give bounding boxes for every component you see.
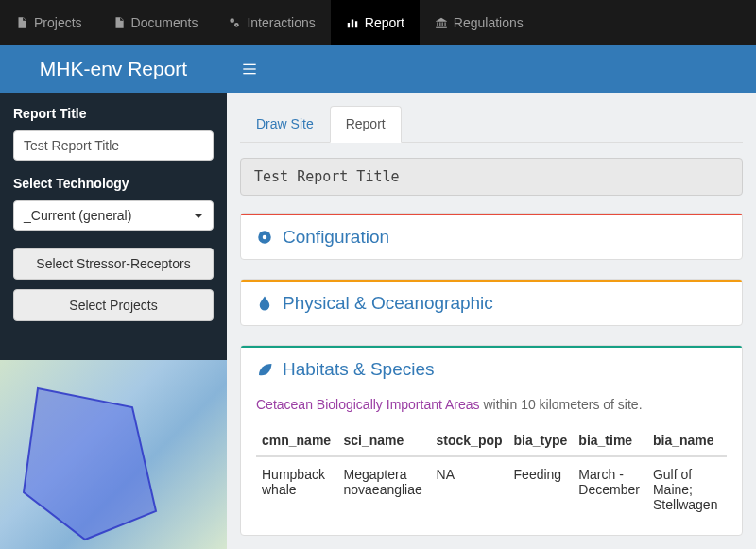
topnav: Projects Documents Interactions Report R… bbox=[0, 0, 756, 45]
file-icon bbox=[15, 16, 28, 29]
svg-rect-4 bbox=[348, 23, 350, 27]
topnav-report[interactable]: Report bbox=[331, 0, 420, 45]
chart-icon bbox=[346, 16, 359, 29]
section-title: Physical & Oceanographic bbox=[283, 293, 493, 314]
section-habitats: Habitats & Species Cetacean Biologically… bbox=[240, 345, 743, 536]
topnav-interactions[interactable]: Interactions bbox=[213, 0, 330, 45]
table-row: Humpback whale Megaptera novaeangliae NA… bbox=[256, 456, 727, 522]
svg-point-1 bbox=[232, 20, 232, 21]
col-stock-pop: stock_pop bbox=[431, 425, 508, 456]
section-title: Habitats & Species bbox=[283, 359, 435, 380]
droplet-icon bbox=[256, 295, 273, 312]
svg-point-17 bbox=[263, 235, 267, 240]
section-physical: Physical & Oceanographic bbox=[240, 279, 743, 326]
svg-rect-8 bbox=[439, 22, 440, 26]
svg-marker-15 bbox=[24, 388, 156, 540]
svg-rect-6 bbox=[355, 21, 357, 27]
col-bia-name: bia_name bbox=[647, 425, 727, 456]
select-stressor-receptors-button[interactable]: Select Stressor-Receptors bbox=[13, 248, 214, 280]
topnav-projects[interactable]: Projects bbox=[0, 0, 97, 45]
section-physical-header[interactable]: Physical & Oceanographic bbox=[241, 282, 742, 325]
col-cmn-name: cmn_name bbox=[256, 425, 337, 456]
cell-sci-name: Megaptera novaeangliae bbox=[337, 456, 430, 522]
bia-link[interactable]: Cetacean Biologically Important Areas bbox=[256, 397, 480, 412]
svg-rect-10 bbox=[444, 22, 445, 26]
technology-label: Select Technology bbox=[13, 176, 214, 191]
section-configuration-header[interactable]: Configuration bbox=[241, 215, 742, 259]
svg-rect-9 bbox=[441, 22, 442, 26]
cell-stock-pop: NA bbox=[431, 456, 508, 522]
svg-rect-5 bbox=[352, 20, 353, 28]
leaf-icon bbox=[256, 361, 273, 378]
svg-point-3 bbox=[236, 25, 237, 26]
topnav-label: Documents bbox=[131, 15, 198, 30]
bank-icon bbox=[435, 16, 448, 29]
bia-description: Cetacean Biologically Important Areas wi… bbox=[256, 397, 727, 412]
topnav-documents[interactable]: Documents bbox=[97, 0, 214, 45]
sidebar: Report Title Select Technology _Current … bbox=[0, 93, 227, 549]
col-sci-name: sci_name bbox=[337, 425, 430, 456]
section-title: Configuration bbox=[283, 227, 389, 248]
subheader: MHK-env Report bbox=[0, 45, 756, 93]
section-habitats-body: Cetacean Biologically Important Areas wi… bbox=[241, 391, 742, 535]
topnav-label: Projects bbox=[34, 15, 82, 30]
report-title-label: Report Title bbox=[13, 106, 214, 121]
select-projects-button[interactable]: Select Projects bbox=[13, 289, 214, 321]
bia-table: cmn_name sci_name stock_pop bia_type bia… bbox=[256, 425, 727, 522]
chevron-down-icon bbox=[194, 214, 203, 218]
gear-icon bbox=[256, 229, 273, 246]
technology-select[interactable]: _Current (general) bbox=[13, 200, 214, 231]
cell-bia-name: Gulf of Maine; Stellwagen bbox=[647, 456, 727, 522]
tabs: Draw Site Report bbox=[240, 106, 743, 143]
map-polygon bbox=[19, 379, 189, 549]
svg-rect-7 bbox=[437, 22, 438, 26]
app-title: MHK-env Report bbox=[0, 58, 227, 80]
section-configuration: Configuration bbox=[240, 213, 743, 260]
topnav-regulations[interactable]: Regulations bbox=[420, 0, 539, 45]
svg-rect-11 bbox=[436, 27, 447, 28]
col-bia-type: bia_type bbox=[508, 425, 574, 456]
file-icon bbox=[112, 16, 126, 29]
tab-draw-site[interactable]: Draw Site bbox=[240, 106, 330, 142]
svg-rect-12 bbox=[243, 64, 255, 65]
svg-rect-14 bbox=[243, 73, 255, 74]
gears-icon bbox=[228, 16, 241, 29]
report-title-input[interactable] bbox=[13, 130, 214, 161]
topnav-label: Report bbox=[365, 15, 404, 30]
bia-suffix: within 10 kilometers of site. bbox=[480, 397, 643, 412]
topnav-label: Interactions bbox=[247, 15, 315, 30]
cell-bia-time: March - December bbox=[573, 456, 647, 522]
report-title-preview: Test Report Title bbox=[240, 158, 743, 196]
section-habitats-header[interactable]: Habitats & Species bbox=[241, 348, 742, 391]
map-thumbnail[interactable] bbox=[0, 360, 227, 549]
technology-selected: _Current (general) bbox=[24, 208, 131, 223]
hamburger-icon[interactable] bbox=[227, 61, 272, 77]
main-panel: Draw Site Report Test Report Title Confi… bbox=[227, 93, 756, 549]
cell-cmn-name: Humpback whale bbox=[256, 456, 337, 522]
topnav-label: Regulations bbox=[454, 15, 524, 30]
cell-bia-type: Feeding bbox=[508, 456, 574, 522]
svg-rect-13 bbox=[243, 68, 255, 69]
tab-report[interactable]: Report bbox=[330, 106, 402, 143]
col-bia-time: bia_time bbox=[573, 425, 647, 456]
